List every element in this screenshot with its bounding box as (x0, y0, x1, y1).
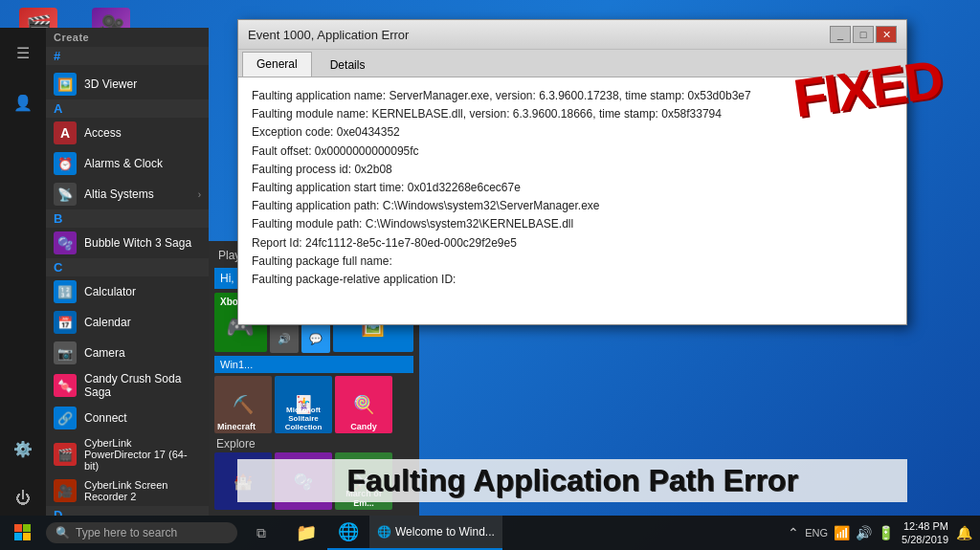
dialog-controls: _ □ ✕ (830, 26, 897, 43)
svg-rect-0 (14, 524, 22, 532)
app-name-calculator: Calculator (84, 285, 136, 298)
chevron-up-icon[interactable]: ⌃ (788, 525, 799, 540)
power-icon[interactable]: ⏻ (6, 481, 40, 516)
app-item-connect[interactable]: 🔗 Connect (46, 403, 209, 433)
search-placeholder-text: Type here to search (76, 526, 177, 539)
app-item-bubblewitch[interactable]: 🫧 Bubble Witch 3 Saga (46, 228, 209, 258)
app-name-candy: Candy Crush Soda Saga (84, 372, 201, 399)
task-edge-icon: 🌐 (377, 525, 391, 539)
volume-icon[interactable]: 🔊 (856, 525, 872, 540)
app-name-camera: Camera (84, 346, 125, 360)
app-list: # 🖼️ 3D Viewer A A Access ⏰ Alarms & Clo… (46, 47, 209, 516)
tiles-games-row: Minecraft ⛏️ Microsoft Solitaire Collect… (214, 376, 413, 433)
svg-rect-1 (23, 524, 31, 532)
tile-minecraft[interactable]: Minecraft ⛏️ (214, 376, 272, 433)
pinned-edge[interactable]: 🌐 (327, 516, 369, 550)
app-item-candy[interactable]: 🍬 Candy Crush Soda Saga (46, 368, 209, 403)
tile-solitaire[interactable]: Microsoft Solitaire Collection 🃏 (275, 376, 332, 433)
task-view-icon[interactable]: ⧉ (245, 517, 278, 549)
systray-icons: ⌃ ENG 📶 🔊 🔋 (788, 525, 894, 540)
start-menu-sidebar: ☰ 👤 ⚙️ ⏻ (0, 28, 46, 516)
faulting-main-title: Faulting Application Path Error (237, 459, 907, 502)
maximize-button[interactable]: □ (853, 26, 874, 43)
tile-candy[interactable]: Candy 🍭 (335, 376, 392, 433)
letter-d: D (46, 506, 209, 516)
taskbar: 🔍 Type here to search ⧉ 📁 🌐 🌐 Welcome to… (0, 516, 980, 550)
app-name-alarms: Alarms & Clock (84, 157, 163, 170)
start-menu: ☰ 👤 ⚙️ ⏻ Create # 🖼️ 3D Viewer A A Acces… (0, 28, 209, 516)
app-name-calendar: Calendar (84, 316, 131, 329)
explorer-icon: 📁 (296, 522, 317, 543)
app-icon-altia: 📡 (54, 183, 77, 206)
app-name-cyberlink-pd: CyberLink PowerDirector 17 (64-bit) (84, 437, 201, 472)
error-line-5: Faulting process id: 0x2b08 (252, 161, 893, 179)
notification-center-icon[interactable]: 🔔 (956, 525, 972, 540)
app-icon-camera: 📷 (54, 341, 77, 364)
system-clock[interactable]: 12:48 PM 5/28/2019 (898, 519, 952, 547)
clock-date: 5/28/2019 (902, 533, 948, 546)
start-button[interactable] (0, 516, 46, 550)
search-icon: 🔍 (56, 526, 70, 539)
clock-time: 12:48 PM (903, 519, 948, 533)
app-name-3dviewer: 3D Viewer (84, 77, 137, 91)
close-button[interactable]: ✕ (876, 26, 897, 43)
svg-rect-2 (14, 533, 22, 540)
error-line-3: Exception code: 0xe0434352 (252, 123, 893, 142)
tab-general[interactable]: General (242, 52, 312, 77)
error-line-4: Fault offset: 0x0000000000095fc (252, 143, 893, 161)
settings-icon[interactable]: ⚙️ (6, 431, 40, 466)
minecraft-label: Minecraft (217, 422, 256, 431)
app-icon-cyberlink-sr: 🎥 (54, 479, 77, 502)
app-item-cyberlink-sr[interactable]: 🎥 CyberLink Screen Recorder 2 (46, 475, 209, 506)
app-item-calculator[interactable]: 🔢 Calculator (46, 276, 209, 307)
app-item-alarms[interactable]: ⏰ Alarms & Clock (46, 148, 209, 179)
app-icon-bubblewitch: 🫧 (54, 231, 77, 254)
language-icon: ENG (805, 527, 828, 539)
app-item-altia[interactable]: 📡 Altia Systems › (46, 179, 209, 209)
taskbar-task-edge[interactable]: 🌐 Welcome to Wind... (369, 516, 502, 550)
app-icon-calendar: 📅 (54, 311, 77, 334)
taskbar-pinned-items: 📁 🌐 🌐 Welcome to Wind... (285, 516, 502, 550)
minimize-button[interactable]: _ (830, 26, 851, 43)
error-line-6: Faulting application start time: 0x01d32… (252, 179, 893, 197)
edge-icon: 🌐 (338, 521, 359, 542)
app-icon-alarms: ⏰ (54, 152, 77, 175)
app-name-connect: Connect (84, 411, 127, 425)
app-item-cyberlink-pd[interactable]: 🎬 CyberLink PowerDirector 17 (64-bit) (46, 433, 209, 475)
solitaire-label: Microsoft Solitaire Collection (277, 406, 330, 431)
error-line-9: Report Id: 24fc1112-8e5c-11e7-80ed-000c2… (252, 234, 893, 253)
windows-logo-icon (14, 524, 32, 541)
svg-rect-3 (23, 533, 31, 540)
hamburger-menu-icon[interactable]: ☰ (6, 35, 40, 70)
tile-small-4[interactable]: 💬 (301, 324, 330, 353)
section-header-create: Create (46, 28, 209, 47)
chevron-icon: › (198, 189, 201, 200)
error-line-10: Faulting package full name: (252, 253, 893, 271)
network-icon[interactable]: 📶 (834, 525, 850, 540)
tiles-section-explore: Explore (214, 437, 413, 451)
app-icon-candy: 🍬 (54, 374, 77, 397)
letter-hash: # (46, 47, 209, 65)
app-name-access: Access (84, 126, 122, 140)
dialog-titlebar: Event 1000, Application Error _ □ ✕ (238, 20, 906, 50)
tile-small-3[interactable]: 🔊 (270, 324, 299, 353)
app-icon-3dviewer: 🖼️ (54, 73, 77, 96)
app-icon-calculator: 🔢 (54, 280, 77, 303)
candy-tile-label: Candy (337, 422, 390, 431)
letter-c: C (46, 258, 209, 276)
letter-b: B (46, 209, 209, 228)
user-icon[interactable]: 👤 (6, 85, 40, 120)
app-item-camera[interactable]: 📷 Camera (46, 338, 209, 368)
app-item-3dviewer[interactable]: 🖼️ 3D Viewer (46, 69, 209, 99)
app-item-access[interactable]: A Access (46, 118, 209, 148)
letter-a: A (46, 99, 209, 118)
tab-details[interactable]: Details (316, 53, 380, 77)
win10-banner: Win1... (214, 356, 413, 373)
app-item-calendar[interactable]: 📅 Calendar (46, 307, 209, 338)
error-line-11: Faulting package-relative application ID… (252, 271, 893, 289)
start-menu-content: Create # 🖼️ 3D Viewer A A Access ⏰ Alarm… (46, 28, 209, 516)
taskbar-right: ⌃ ENG 📶 🔊 🔋 12:48 PM 5/28/2019 🔔 (788, 519, 980, 547)
taskbar-search[interactable]: 🔍 Type here to search (46, 522, 237, 543)
candy-icon: 🍭 (353, 394, 374, 415)
pinned-explorer[interactable]: 📁 (285, 516, 327, 550)
